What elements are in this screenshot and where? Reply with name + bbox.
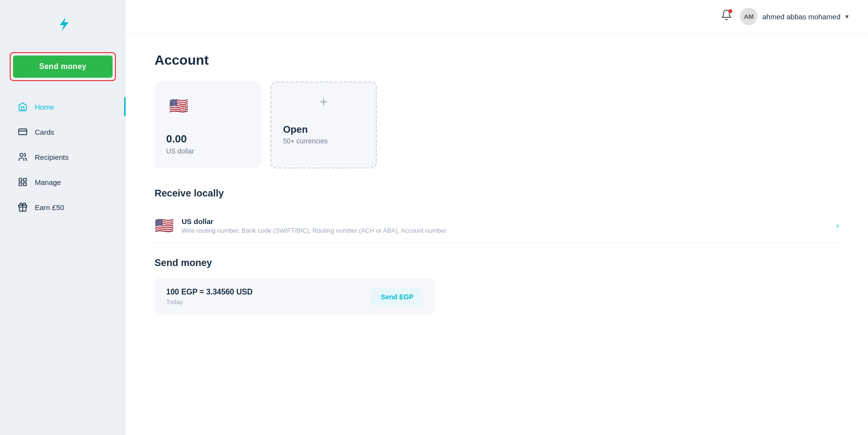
us-flag: 🇺🇸	[166, 93, 191, 118]
receive-details: Wire routing number, Bank code (SWIFT/BI…	[182, 227, 828, 234]
sidebar-item-manage-label: Manage	[35, 178, 61, 186]
svg-rect-4	[24, 179, 27, 182]
send-rate: 100 EGP = 3.34560 USD	[166, 288, 371, 296]
account-cards: 🇺🇸 0.00 US dollar + Open 50+ currencies	[155, 82, 839, 168]
add-account-card[interactable]: + Open 50+ currencies	[270, 82, 377, 168]
add-icon: +	[283, 94, 364, 110]
send-section-title: Send money	[155, 257, 839, 268]
gift-icon	[17, 202, 28, 212]
sidebar-item-cards[interactable]: Cards	[10, 121, 116, 143]
recipients-icon	[17, 152, 28, 162]
send-egp-button[interactable]: Send EGP	[371, 288, 423, 306]
avatar: AM	[740, 8, 757, 25]
home-icon	[17, 101, 28, 112]
manage-icon	[17, 177, 28, 187]
account-card-usd[interactable]: 🇺🇸 0.00 US dollar	[155, 82, 261, 168]
receive-currency: US dollar	[182, 217, 828, 225]
send-info: 100 EGP = 3.34560 USD Today	[166, 288, 371, 306]
chevron-down-icon: ▾	[845, 13, 849, 20]
header: AM ahmed abbas mohamed ▾	[126, 0, 868, 33]
account-balance: 0.00	[166, 133, 249, 145]
sidebar-item-cards-label: Cards	[35, 128, 54, 136]
user-name: ahmed abbas mohamed	[762, 13, 840, 21]
receive-item-usd[interactable]: 🇺🇸 US dollar Wire routing number, Bank c…	[155, 209, 839, 243]
sidebar-item-earn[interactable]: Earn £50	[10, 196, 116, 218]
receive-flag: 🇺🇸	[155, 216, 174, 235]
sidebar: Send money Home Cards	[0, 0, 126, 435]
page-title: Account	[155, 53, 839, 68]
receive-section-title: Receive locally	[155, 188, 839, 199]
account-currency: US dollar	[166, 147, 249, 155]
receive-info: US dollar Wire routing number, Bank code…	[182, 217, 828, 234]
sidebar-item-manage[interactable]: Manage	[10, 171, 116, 193]
sidebar-item-recipients[interactable]: Recipients	[10, 146, 116, 168]
nav-items: Home Cards Recipients	[10, 96, 116, 218]
svg-rect-3	[19, 179, 22, 182]
open-label: Open	[283, 124, 308, 135]
page-content: Account 🇺🇸 0.00 US dollar + Open 50+ cur…	[126, 33, 868, 435]
send-date: Today	[166, 298, 371, 306]
send-money-button[interactable]: Send money	[13, 56, 113, 78]
send-card: 100 EGP = 3.34560 USD Today Send EGP	[155, 278, 435, 315]
logo-area	[10, 14, 116, 38]
sidebar-item-home-label: Home	[35, 103, 54, 111]
sidebar-item-home[interactable]: Home	[10, 96, 116, 118]
svg-rect-6	[19, 183, 22, 186]
notification-button[interactable]	[721, 9, 732, 24]
receive-section: Receive locally 🇺🇸 US dollar Wire routin…	[155, 188, 839, 243]
send-money-wrapper: Send money	[10, 52, 116, 81]
svg-rect-0	[19, 129, 27, 135]
sidebar-item-recipients-label: Recipients	[35, 153, 69, 161]
chevron-right-icon: ›	[836, 221, 839, 231]
card-icon	[17, 126, 28, 137]
sidebar-item-earn-label: Earn £50	[35, 203, 64, 211]
user-menu[interactable]: AM ahmed abbas mohamed ▾	[740, 8, 849, 25]
svg-point-2	[20, 154, 23, 157]
currencies-label: 50+ currencies	[283, 137, 327, 145]
svg-rect-5	[24, 183, 27, 186]
send-section: Send money 100 EGP = 3.34560 USD Today S…	[155, 257, 839, 315]
logo-icon	[53, 14, 72, 38]
main-content: AM ahmed abbas mohamed ▾ Account 🇺🇸 0.00…	[126, 0, 868, 435]
